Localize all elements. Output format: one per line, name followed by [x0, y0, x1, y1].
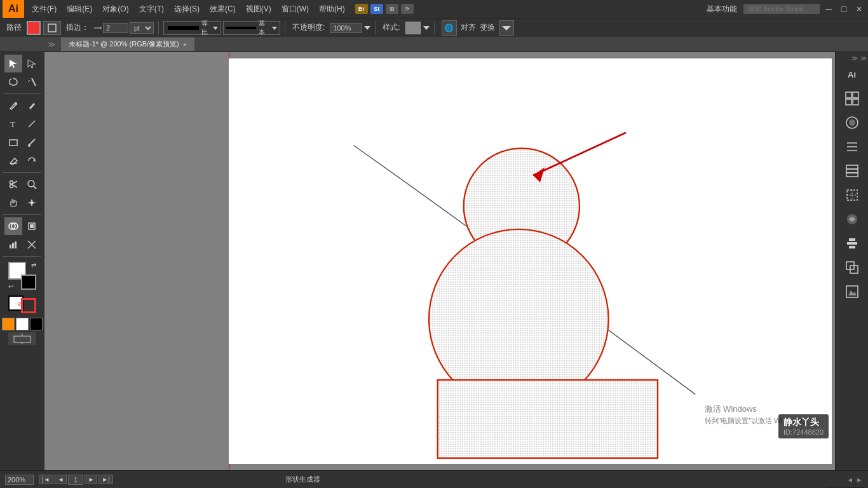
- graph-tool-row: [4, 236, 41, 254]
- stroke-width-input[interactable]: [103, 23, 128, 33]
- pencil-tool[interactable]: [23, 97, 41, 114]
- svg-rect-45: [846, 92, 851, 98]
- doc-tab-item[interactable]: 未标题-1* @ 200% (RGB/像素预览) ×: [61, 37, 194, 51]
- pathfinder-icon: [845, 261, 859, 274]
- type-tool[interactable]: T: [4, 115, 22, 133]
- align-panel-btn[interactable]: [841, 232, 864, 255]
- pen-tool[interactable]: [4, 97, 22, 114]
- doc-tab-close-button[interactable]: ×: [183, 41, 187, 48]
- last-page-btn[interactable]: ►|: [98, 475, 113, 484]
- magic-wand-tool[interactable]: [23, 73, 41, 91]
- zoom-input[interactable]: [5, 475, 34, 485]
- appearance-panel-btn[interactable]: [841, 208, 864, 231]
- hand-tool[interactable]: [4, 194, 22, 212]
- align-icon: [845, 236, 859, 250]
- layers-panel-btn[interactable]: [841, 159, 864, 182]
- svg-rect-31: [12, 243, 14, 248]
- panel-right-more[interactable]: ≫: [860, 55, 867, 62]
- more-button[interactable]: [499, 20, 514, 36]
- svg-line-24: [34, 186, 36, 189]
- menu-edit[interactable]: 编辑(E): [62, 1, 97, 17]
- transform-panel-btn[interactable]: [841, 184, 864, 207]
- stroke-swatch[interactable]: [21, 298, 36, 313]
- line-tool[interactable]: [23, 115, 41, 133]
- direct-selection-tool[interactable]: [23, 55, 41, 72]
- artboard-btn[interactable]: [8, 332, 36, 345]
- libraries-panel-btn[interactable]: [841, 87, 864, 110]
- menu-select[interactable]: 选择(S): [169, 1, 205, 17]
- shape-type-select[interactable]: [43, 21, 61, 35]
- menu-text[interactable]: 文字(T): [134, 1, 169, 17]
- scissors-icon: [8, 179, 18, 189]
- stock-search[interactable]: [743, 4, 820, 14]
- pin-tool[interactable]: [23, 194, 41, 212]
- shape-builder-tool[interactable]: [4, 217, 22, 235]
- artboard[interactable]: [229, 58, 832, 464]
- reset-colors-button[interactable]: ↩: [8, 283, 13, 290]
- graph-tool[interactable]: [4, 236, 22, 254]
- pathfinder-panel-btn[interactable]: [841, 256, 864, 279]
- maximize-button[interactable]: □: [837, 0, 850, 18]
- menu-window[interactable]: 窗口(W): [276, 1, 314, 17]
- canvas-area[interactable]: 激活 Windows 转到"电脑设置"以激活 Windows。 静水丫头 ID:…: [44, 52, 835, 470]
- page-input[interactable]: [68, 475, 83, 485]
- eraser-tool[interactable]: [4, 152, 22, 170]
- panel-collapse-btn[interactable]: ≫: [48, 40, 61, 49]
- first-page-btn[interactable]: |◄: [39, 475, 53, 484]
- panel-right-collapse[interactable]: ≫: [851, 55, 858, 62]
- brush-icon: [27, 137, 37, 147]
- color-panel-btn[interactable]: [841, 111, 864, 134]
- stroke-line-select[interactable]: 等比: [163, 21, 220, 35]
- stroke-style-select[interactable]: 基本: [223, 21, 280, 35]
- rotate-tool[interactable]: [23, 152, 41, 170]
- next-page-btn[interactable]: ►: [85, 475, 97, 484]
- image-trace-panel-btn[interactable]: [841, 280, 864, 303]
- menu-help[interactable]: 帮助(H): [314, 1, 350, 17]
- stroke-color-swatch[interactable]: [27, 21, 41, 35]
- workspace-label[interactable]: 基本功能: [703, 3, 741, 16]
- status-arrow-left[interactable]: ◄: [846, 476, 853, 484]
- menu-file[interactable]: 文件(F): [27, 1, 62, 17]
- menu-view[interactable]: 视图(V): [241, 1, 276, 17]
- rect-tool[interactable]: [4, 133, 22, 151]
- properties-panel-btn[interactable]: [841, 135, 864, 158]
- menu-effect[interactable]: 效果(C): [205, 1, 241, 17]
- brush-tool[interactable]: [23, 133, 41, 151]
- eraser-tool-row: [4, 152, 41, 170]
- normal-mode-btn[interactable]: [2, 318, 15, 330]
- shape-builder-row: [4, 217, 41, 235]
- opacity-input[interactable]: [330, 23, 362, 33]
- slice-tool[interactable]: [23, 236, 41, 254]
- align-label[interactable]: 对齐: [461, 22, 476, 33]
- full-screen-btn[interactable]: [30, 318, 43, 330]
- stroke-unit-select[interactable]: pt px: [130, 22, 154, 34]
- svg-rect-54: [846, 173, 858, 177]
- lasso-tool[interactable]: [4, 73, 22, 91]
- globe-button[interactable]: 🌐: [442, 20, 457, 36]
- style-arrow-icon: [423, 25, 430, 31]
- eraser-icon: [8, 156, 18, 166]
- zoom-tool[interactable]: [23, 175, 41, 193]
- status-arrow-right[interactable]: ►: [856, 476, 863, 484]
- close-button[interactable]: ×: [853, 0, 865, 18]
- properties-icon: [845, 140, 859, 154]
- symbol-tool[interactable]: [23, 217, 41, 235]
- transform-label[interactable]: 变换: [480, 22, 495, 33]
- svg-marker-6: [423, 26, 430, 30]
- tool-sep-4: [3, 256, 41, 257]
- tool-sep-3: [3, 214, 41, 215]
- type-icon: T: [8, 119, 18, 129]
- minimize-button[interactable]: ─: [822, 0, 835, 18]
- scissors-tool[interactable]: [4, 175, 22, 193]
- prev-page-btn[interactable]: ◄: [55, 475, 67, 484]
- screen-mode-btn[interactable]: [16, 318, 29, 330]
- tool-sep-1: [3, 93, 41, 94]
- stroke-preview: [168, 26, 199, 30]
- selection-tool[interactable]: [4, 55, 22, 72]
- menu-object[interactable]: 对象(O): [97, 1, 133, 17]
- swap-colors-button[interactable]: ⇄: [31, 262, 36, 269]
- style-swatch[interactable]: [405, 22, 421, 34]
- lasso-icon: [8, 77, 18, 87]
- svg-rect-56: [846, 165, 858, 169]
- background-color[interactable]: [21, 274, 36, 290]
